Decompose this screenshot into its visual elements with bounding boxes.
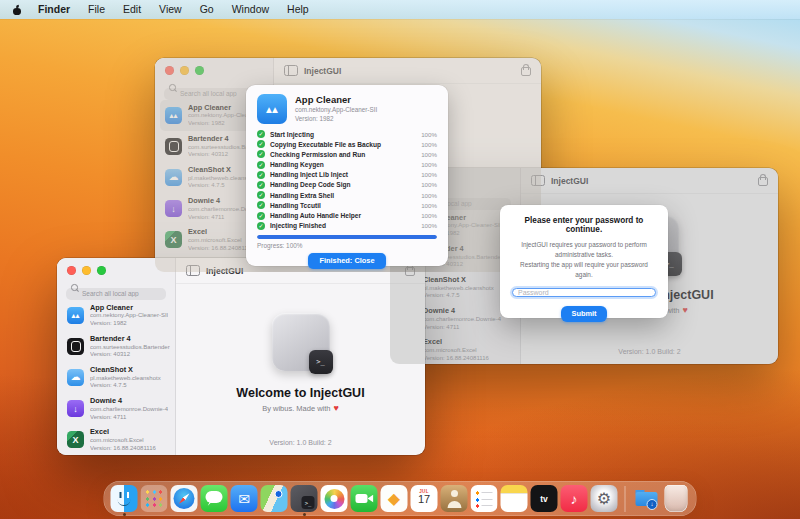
menu-help[interactable]: Help: [278, 0, 318, 19]
step-percentage: 100%: [421, 212, 437, 219]
app-list: App Cleanercom.nektony.App-Cleaner-SIIVe…: [62, 300, 171, 455]
welcome-byline: By wibus. Made with ♥: [262, 404, 339, 413]
dock-finder-icon[interactable]: [111, 485, 138, 512]
menu-window[interactable]: Window: [223, 0, 278, 19]
bartender-icon: [67, 338, 84, 355]
check-icon: [257, 161, 265, 169]
sheet-app-name: App Cleaner: [295, 94, 377, 106]
check-icon: [257, 130, 265, 138]
dock-photos-icon[interactable]: [321, 485, 348, 512]
step-percentage: 100%: [421, 141, 437, 148]
running-indicator-dot: [303, 513, 306, 516]
menu-file[interactable]: File: [79, 0, 114, 19]
submit-button[interactable]: Submit: [561, 306, 606, 322]
check-icon: [257, 181, 265, 189]
dock-tv-icon[interactable]: tv: [531, 485, 558, 512]
menu-edit[interactable]: Edit: [114, 0, 150, 19]
welcome-panel: Welcome to InjectGUI By wibus. Made with…: [176, 283, 425, 413]
minimize-button[interactable]: [82, 266, 91, 275]
search-input[interactable]: [66, 288, 166, 300]
step-label: Handling Keygen: [270, 161, 416, 168]
running-indicator-dot: [123, 513, 126, 516]
progress-bar: [257, 235, 437, 239]
dock-music-icon[interactable]: [561, 485, 588, 512]
menu-go[interactable]: Go: [191, 0, 223, 19]
app-list-item[interactable]: Downie 4com.charliemonroe.Downie-4Versio…: [62, 393, 171, 424]
injection-steps-list: Start Injecting100%Copying Executable Fi…: [257, 130, 437, 230]
injectgui-window-welcome: App Cleanercom.nektony.App-Cleaner-SIIVe…: [57, 258, 425, 455]
sheet-header: App Cleaner com.nektony.App-Cleaner-SII …: [257, 94, 437, 124]
injectgui-window-password: App Cleanercom.nektony.App-Cleaner-SIIVe…: [390, 168, 778, 364]
app-name: CleanShot X: [90, 365, 161, 374]
byline-text: By wibus. Made with: [262, 404, 330, 413]
apple-menu-icon[interactable]: [12, 5, 21, 15]
password-dialog: Please enter your password to continue. …: [500, 205, 668, 318]
app-name: Excel: [90, 427, 156, 436]
dock-trash-icon[interactable]: [665, 485, 688, 512]
dock-mail-icon[interactable]: [231, 485, 258, 512]
app-meta: Bartender 4com.surteesstudios.BartenderV…: [90, 334, 170, 359]
app-list-item[interactable]: CleanShot Xpl.maketheweb.cleanshotxVersi…: [62, 362, 171, 393]
zoom-button[interactable]: [97, 266, 106, 275]
app-bundle-id: pl.maketheweb.cleanshotx: [90, 375, 161, 383]
app-meta: App Cleanercom.nektony.App-Cleaner-SIIVe…: [90, 303, 168, 328]
step-label: Handling Deep Code Sign: [270, 181, 416, 188]
dock-facetime-icon[interactable]: [351, 485, 378, 512]
injection-step: Start Injecting100%: [257, 130, 437, 138]
injection-step: Checking Permission and Run100%: [257, 150, 437, 158]
app-list-item[interactable]: Excelcom.microsoft.ExcelVersion: 16.88.2…: [62, 424, 171, 455]
app-list-item[interactable]: Bartender 4com.surteesstudios.BartenderV…: [62, 331, 171, 362]
step-label: Handling Auto Handle Helper: [270, 212, 416, 219]
app-version: Version: 4711: [90, 414, 168, 422]
menu-finder[interactable]: Finder: [29, 0, 79, 19]
app-cleaner-icon: [257, 94, 287, 124]
main-area: InjectGUI Welcome to InjectGUI By wibus.…: [176, 258, 425, 455]
dialog-body-line1: InjectGUI requires your password to perf…: [512, 240, 656, 260]
dock-separator: [625, 486, 626, 512]
app-name: Bartender 4: [90, 334, 170, 343]
injection-step: Handling Keygen100%: [257, 161, 437, 169]
dock-safari-icon[interactable]: [171, 485, 198, 512]
tv-label: tv: [540, 494, 548, 504]
dock-messages-icon[interactable]: [201, 485, 228, 512]
dock: JUL17tv: [104, 481, 697, 516]
app-name: Downie 4: [90, 396, 168, 405]
app-bundle-id: com.nektony.App-Cleaner-SII: [90, 312, 168, 320]
finished-close-button[interactable]: Finished: Close: [308, 253, 385, 269]
check-icon: [257, 212, 265, 220]
dock-downloads-icon[interactable]: [633, 485, 660, 512]
app-meta: CleanShot Xpl.maketheweb.cleanshotxVersi…: [90, 365, 161, 390]
injection-progress-sheet: App Cleaner com.nektony.App-Cleaner-SII …: [246, 85, 448, 266]
app-cleaner-icon: [67, 307, 84, 324]
dock-reminders-icon[interactable]: [471, 485, 498, 512]
dock-sketch-icon[interactable]: [381, 485, 408, 512]
app-list-item[interactable]: App Cleanercom.nektony.App-Cleaner-SIIVe…: [62, 300, 171, 331]
dock-injectgui-icon[interactable]: [291, 485, 318, 512]
step-percentage: 100%: [421, 151, 437, 158]
menu-bar: Finder File Edit View Go Window Help: [0, 0, 800, 19]
password-input[interactable]: [512, 288, 656, 297]
dock-maps-icon[interactable]: [261, 485, 288, 512]
dock-launchpad-icon[interactable]: [141, 485, 168, 512]
menu-view[interactable]: View: [150, 0, 191, 19]
heart-icon: ♥: [334, 404, 339, 413]
dock-notes-icon[interactable]: [501, 485, 528, 512]
step-label: Checking Permission and Run: [270, 151, 416, 158]
dock-settings-icon[interactable]: [591, 485, 618, 512]
app-version: Version: 1982: [90, 320, 168, 328]
dialog-title: Please enter your password to continue.: [512, 216, 656, 234]
app-name: App Cleaner: [90, 303, 168, 312]
step-percentage: 100%: [421, 222, 437, 229]
progress-bar-fill: [257, 235, 437, 239]
dock-calendar-icon[interactable]: JUL17: [411, 485, 438, 512]
close-button[interactable]: [67, 266, 76, 275]
check-icon: [257, 201, 265, 209]
check-icon: [257, 150, 265, 158]
injection-step: Handling Auto Handle Helper100%: [257, 212, 437, 220]
injection-step: Copying Executable File as Backup100%: [257, 140, 437, 148]
injection-step: Handling Extra Shell100%: [257, 191, 437, 199]
step-label: Injecting Finished: [270, 222, 416, 229]
app-bundle-id: com.microsoft.Excel: [90, 437, 156, 445]
dock-contacts-icon[interactable]: [441, 485, 468, 512]
app-bundle-id: com.surteesstudios.Bartender: [90, 344, 170, 352]
